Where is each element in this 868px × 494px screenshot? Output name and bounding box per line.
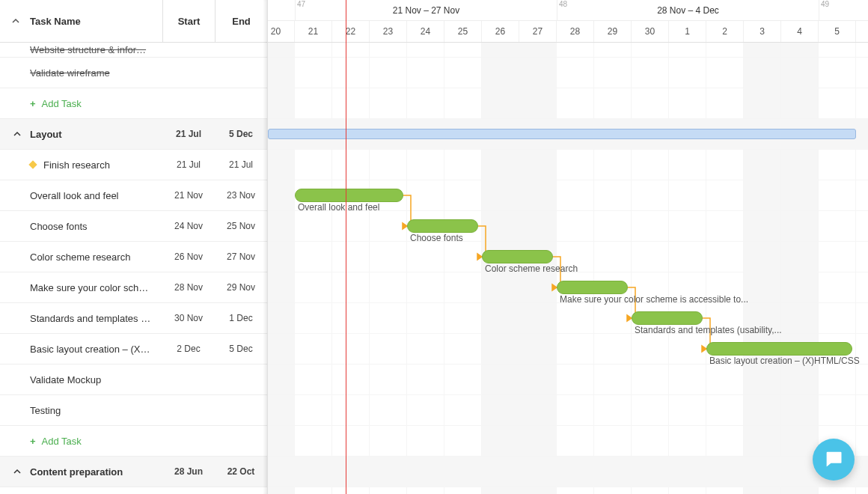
day-header: 4 <box>781 21 819 42</box>
gantt-bar-label: Color scheme research <box>485 263 578 274</box>
plus-icon: + <box>30 436 36 447</box>
task-list-header: Task Name Start End <box>0 0 267 43</box>
timeline-week-row: 21 Nov – 27 Nov4728 Nov – 4 Dec4849 <box>268 0 868 21</box>
collapse-icon[interactable] <box>13 129 21 140</box>
plus-icon: + <box>30 98 36 109</box>
task-row[interactable]: Standards and templates …30 Nov1 Dec <box>0 303 267 334</box>
grid-row <box>268 395 868 426</box>
group-summary-bar[interactable] <box>268 129 856 139</box>
task-name: Basic layout creation – (X… <box>0 344 162 355</box>
task-start: 21 Nov <box>162 190 215 201</box>
task-name: Standards and templates … <box>0 313 162 324</box>
task-end: 25 Nov <box>215 221 267 231</box>
task-name: Choose fonts <box>0 221 162 232</box>
task-end: 21 Jul <box>215 159 267 170</box>
day-header: 22 <box>332 21 370 42</box>
task-row[interactable]: Overall look and feel21 Nov23 Nov <box>0 180 267 211</box>
week-number: 48 <box>557 0 567 8</box>
week-label: 21 Nov – 27 Nov <box>295 0 557 21</box>
grid-row <box>268 211 868 242</box>
gantt-bar[interactable] <box>706 342 852 356</box>
task-name: +Add Task <box>0 98 162 109</box>
gantt-panel[interactable]: 21 Nov – 27 Nov4728 Nov – 4 Dec4849 2021… <box>268 0 868 494</box>
gantt-bar[interactable] <box>295 189 403 202</box>
gantt-bar-label: Overall look and feel <box>298 202 379 213</box>
task-row[interactable]: Testing <box>0 395 267 426</box>
task-start: 30 Nov <box>162 313 215 323</box>
task-end: 27 Nov <box>215 251 267 262</box>
today-line <box>346 0 346 494</box>
grid-row <box>268 457 868 487</box>
column-header-end[interactable]: End <box>215 0 267 42</box>
day-header: 20 <box>268 21 295 42</box>
gantt-bar[interactable] <box>632 311 703 325</box>
timeline-body[interactable]: Overall look and feelChoose fontsColor s… <box>268 43 868 494</box>
task-row[interactable]: Basic layout creation – (X…2 Dec5 Dec <box>0 334 267 365</box>
day-header: 28 <box>557 21 594 42</box>
add-task-row[interactable]: +Add Task <box>0 426 267 457</box>
gantt-bar[interactable] <box>557 281 628 294</box>
task-name: Color scheme research <box>0 251 162 263</box>
task-group-row[interactable]: Content preparation28 Jun22 Oct <box>0 457 267 487</box>
task-row[interactable]: Color scheme research26 Nov27 Nov <box>0 242 267 272</box>
task-row[interactable]: Validate Mockup <box>0 365 267 395</box>
week-label <box>268 0 295 21</box>
milestone-icon <box>28 160 37 168</box>
day-header: 25 <box>444 21 482 42</box>
task-end: 22 Oct <box>215 466 267 477</box>
task-row[interactable]: Validate wireframe <box>0 58 267 88</box>
timeline-header: 21 Nov – 27 Nov4728 Nov – 4 Dec4849 2021… <box>268 0 868 43</box>
day-header: 30 <box>632 21 669 42</box>
task-row[interactable]: Make sure your color sch…28 Nov29 Nov <box>0 272 267 303</box>
chat-button[interactable] <box>813 439 855 481</box>
week-number: 47 <box>295 0 305 8</box>
task-row[interactable]: Website structure & infor… <box>0 43 267 58</box>
day-header: 27 <box>519 21 557 42</box>
grid-row <box>268 58 868 88</box>
gantt-bar[interactable] <box>407 219 478 233</box>
task-start: 24 Nov <box>162 221 215 231</box>
grid-row <box>268 88 868 119</box>
gantt-bar[interactable] <box>482 250 553 263</box>
day-header: 1 <box>669 21 706 42</box>
sort-asc-icon <box>12 16 19 27</box>
gantt-bar-label: Basic layout creation – (X)HTML/CSS <box>709 356 860 366</box>
task-row[interactable]: Finish research21 Jul21 Jul <box>0 150 267 180</box>
task-name: Testing <box>0 405 162 416</box>
task-start: 2 Dec <box>162 344 215 354</box>
gantt-bar-label: Choose fonts <box>410 233 463 243</box>
task-start: 26 Nov <box>162 251 215 262</box>
task-list-panel: Task Name Start End Website structure & … <box>0 0 268 494</box>
task-start: 28 Nov <box>162 282 215 293</box>
gantt-bar-label: Standards and templates (usability,... <box>635 325 782 335</box>
task-group-row[interactable]: Layout21 Jul5 Dec <box>0 119 267 150</box>
task-row[interactable]: Choose fonts24 Nov25 Nov <box>0 211 267 242</box>
task-name: Content preparation <box>0 466 162 478</box>
day-header: 5 <box>819 21 856 42</box>
timeline-day-row: 202122232425262728293012345 <box>268 21 868 42</box>
day-header: 24 <box>407 21 444 42</box>
day-header: 23 <box>370 21 407 42</box>
grid-row <box>268 365 868 395</box>
column-header-task[interactable]: Task Name <box>0 0 162 42</box>
task-name: Overall look and feel <box>0 190 162 201</box>
task-end: 29 Nov <box>215 282 267 293</box>
task-end: 23 Nov <box>215 190 267 201</box>
collapse-icon[interactable] <box>13 466 21 478</box>
task-start: 21 Jul <box>162 129 215 139</box>
gantt-bar-label: Make sure your color scheme is accessibl… <box>560 294 748 305</box>
day-header: 2 <box>706 21 744 42</box>
column-header-start[interactable]: Start <box>162 0 215 42</box>
task-name: Make sure your color sch… <box>0 282 162 293</box>
task-start: 21 Jul <box>162 159 215 170</box>
day-header: 29 <box>594 21 632 42</box>
task-name: +Add Task <box>0 436 162 447</box>
grid-row <box>268 426 868 457</box>
task-name: Validate Mockup <box>0 374 162 385</box>
column-header-task-label: Task Name <box>30 16 81 27</box>
task-name: Validate wireframe <box>0 67 162 79</box>
add-task-row[interactable]: +Add Task <box>0 88 267 119</box>
task-start: 28 Jun <box>162 466 215 477</box>
task-end: 5 Dec <box>215 344 267 354</box>
day-header: 21 <box>295 21 332 42</box>
